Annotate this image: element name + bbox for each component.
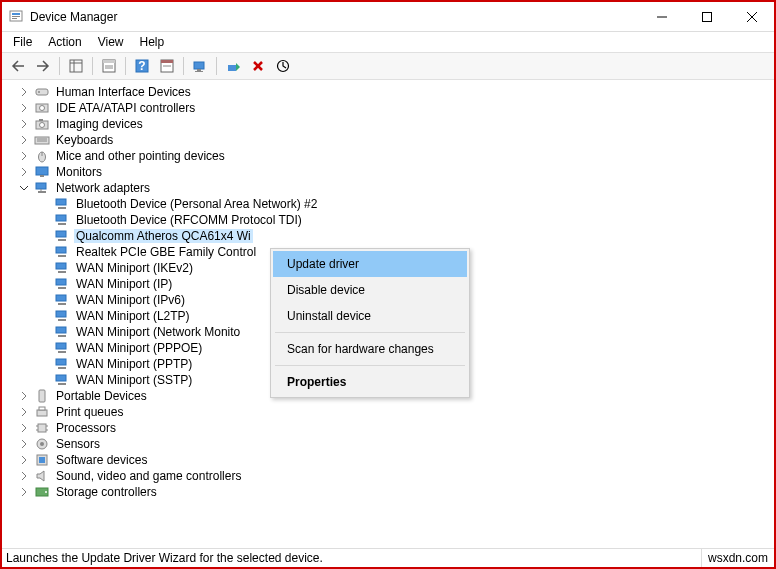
context-uninstall-device[interactable]: Uninstall device (273, 303, 467, 329)
svg-rect-12 (103, 60, 115, 63)
sensor-icon (34, 436, 50, 452)
context-properties[interactable]: Properties (273, 369, 467, 395)
tree-label: Portable Devices (54, 389, 149, 403)
chevron-right-icon[interactable] (18, 118, 30, 130)
tree-node-sensors[interactable]: Sensors (4, 436, 772, 452)
tree-node-processors[interactable]: Processors (4, 420, 772, 436)
chevron-right-icon[interactable] (18, 486, 30, 498)
chevron-right-icon[interactable] (18, 422, 30, 434)
tree-node-printqueues[interactable]: Print queues (4, 404, 772, 420)
tree-label: WAN Miniport (Network Monito (74, 325, 242, 339)
chevron-right-icon[interactable] (18, 438, 30, 450)
tree-node-sound[interactable]: Sound, video and game controllers (4, 468, 772, 484)
adapter-icon (54, 308, 70, 324)
device-manager-window: Device Manager File Action View Help ? (0, 0, 776, 569)
toolbar-separator (59, 57, 60, 75)
keyboard-icon (34, 132, 50, 148)
svg-rect-52 (56, 263, 66, 269)
tree-label: IDE ATA/ATAPI controllers (54, 101, 197, 115)
printer-icon (34, 404, 50, 420)
chevron-right-icon[interactable] (18, 470, 30, 482)
help-button[interactable]: ? (130, 55, 154, 77)
svg-rect-54 (56, 279, 66, 285)
tree-node-monitors[interactable]: Monitors (4, 164, 772, 180)
tree-node-hid[interactable]: Human Interface Devices (4, 84, 772, 100)
action-button[interactable] (155, 55, 179, 77)
device-tree[interactable]: Human Interface Devices IDE ATA/ATAPI co… (2, 80, 774, 548)
tree-node-mice[interactable]: Mice and other pointing devices (4, 148, 772, 164)
tree-node-software[interactable]: Software devices (4, 452, 772, 468)
context-disable-device[interactable]: Disable device (273, 277, 467, 303)
portable-icon (34, 388, 50, 404)
svg-rect-79 (39, 457, 45, 463)
svg-rect-58 (56, 311, 66, 317)
tree-node-ide[interactable]: IDE ATA/ATAPI controllers (4, 100, 772, 116)
tree-node-keyboards[interactable]: Keyboards (4, 132, 772, 148)
svg-rect-71 (38, 424, 46, 432)
tree-label: Sensors (54, 437, 102, 451)
svg-point-77 (40, 442, 44, 446)
svg-rect-67 (58, 383, 66, 385)
tree-label: WAN Miniport (IKEv2) (74, 261, 195, 275)
context-separator (275, 365, 465, 366)
close-button[interactable] (729, 3, 774, 31)
menu-action[interactable]: Action (41, 33, 88, 51)
tree-label: Storage controllers (54, 485, 159, 499)
mouse-icon (34, 148, 50, 164)
context-separator (275, 332, 465, 333)
chevron-right-icon[interactable] (18, 166, 30, 178)
chevron-down-icon[interactable] (18, 182, 30, 194)
tree-node-bt-pan[interactable]: Bluetooth Device (Personal Area Network)… (4, 196, 772, 212)
svg-rect-55 (58, 287, 66, 289)
svg-rect-46 (56, 215, 66, 221)
tree-label: Realtek PCIe GBE Family Control (74, 245, 258, 259)
update-driver-button[interactable] (221, 55, 245, 77)
storage-icon (34, 484, 50, 500)
properties-button[interactable] (97, 55, 121, 77)
svg-rect-42 (38, 191, 46, 193)
maximize-button[interactable] (684, 3, 729, 31)
forward-button[interactable] (31, 55, 55, 77)
chevron-right-icon[interactable] (18, 150, 30, 162)
statusbar-text: Launches the Update Driver Wizard for th… (2, 551, 701, 565)
adapter-icon (54, 292, 70, 308)
menu-file[interactable]: File (6, 33, 39, 51)
tree-node-network[interactable]: Network adapters (4, 180, 772, 196)
toolbar-separator (216, 57, 217, 75)
uninstall-button[interactable] (246, 55, 270, 77)
tree-label: WAN Miniport (IPv6) (74, 293, 187, 307)
toolbar-separator (92, 57, 93, 75)
adapter-icon (54, 372, 70, 388)
tree-node-bt-rfcomm[interactable]: Bluetooth Device (RFCOMM Protocol TDI) (4, 212, 772, 228)
statusbar: Launches the Update Driver Wizard for th… (2, 548, 774, 567)
svg-rect-63 (58, 351, 66, 353)
adapter-icon (54, 260, 70, 276)
menu-help[interactable]: Help (133, 33, 172, 51)
scan-hardware-button[interactable] (188, 55, 212, 77)
menu-view[interactable]: View (91, 33, 131, 51)
adapter-icon (54, 228, 70, 244)
disable-button[interactable] (271, 55, 295, 77)
svg-rect-51 (58, 255, 66, 257)
tree-node-imaging[interactable]: Imaging devices (4, 116, 772, 132)
tree-label: Keyboards (54, 133, 115, 147)
show-hide-tree-button[interactable] (64, 55, 88, 77)
context-update-driver[interactable]: Update driver (273, 251, 467, 277)
chevron-right-icon[interactable] (18, 406, 30, 418)
tree-node-storage[interactable]: Storage controllers (4, 484, 772, 500)
minimize-button[interactable] (639, 3, 684, 31)
svg-rect-68 (39, 390, 45, 402)
svg-rect-8 (70, 60, 82, 72)
svg-rect-27 (36, 89, 48, 95)
titlebar: Device Manager (2, 2, 774, 32)
back-button[interactable] (6, 55, 30, 77)
chevron-right-icon[interactable] (18, 454, 30, 466)
chevron-right-icon[interactable] (18, 86, 30, 98)
svg-rect-65 (58, 367, 66, 369)
chevron-right-icon[interactable] (18, 390, 30, 402)
speaker-icon (34, 468, 50, 484)
tree-node-qualcomm[interactable]: Qualcomm Atheros QCA61x4 Wi (4, 228, 772, 244)
chevron-right-icon[interactable] (18, 134, 30, 146)
chevron-right-icon[interactable] (18, 102, 30, 114)
context-scan-hardware[interactable]: Scan for hardware changes (273, 336, 467, 362)
